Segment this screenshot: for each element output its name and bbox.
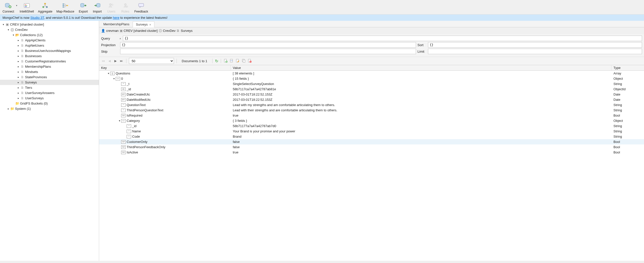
server-icon: ▣ — [5, 23, 10, 27]
result-row[interactable]: ▾ [] Questions [ 38 elements ] Array — [99, 71, 644, 76]
tree-collection-item[interactable]: ▸🗎UserSurveys — [0, 96, 99, 101]
caret-right-icon[interactable]: ▸ — [17, 64, 20, 69]
tree-collection-item[interactable]: ▸🗎Mindsets — [0, 69, 99, 74]
query-input[interactable] — [123, 36, 642, 41]
caret-right-icon[interactable]: ▸ — [17, 48, 20, 53]
field-type-icon: "" — [127, 135, 131, 138]
field-type-icon: T/F — [121, 145, 126, 149]
feedback-button[interactable]: Feedback — [132, 1, 150, 14]
intellishell-button[interactable]: IntelliShell — [18, 1, 36, 14]
caret-down-icon[interactable]: ▾ — [2, 22, 5, 27]
caret-right-icon[interactable]: ▸ — [17, 90, 20, 96]
tree-collection-item[interactable]: ▸🗎StateProvinces — [0, 74, 99, 80]
caret-right-icon[interactable]: ▸ — [17, 74, 20, 80]
collection-icon: 🗎 — [20, 49, 25, 53]
caret-down-icon[interactable]: ▾ — [7, 27, 10, 32]
view-document-icon[interactable]: <> — [230, 59, 234, 63]
document-count: Documents 1 to 1 — [179, 59, 210, 63]
column-type[interactable]: Type — [611, 65, 644, 70]
result-row[interactable]: ▸ DT DateCreatedUtc 2017-03-01T18:22:52.… — [99, 92, 644, 97]
download-link[interactable]: here — [113, 16, 119, 20]
caret-right-icon[interactable]: ▸ — [17, 69, 20, 74]
studio3t-link[interactable]: Studio 3T — [30, 16, 44, 20]
result-row[interactable]: ▸ T/F CustomerOnly false Bool — [99, 139, 644, 144]
result-row[interactable]: ▸ "" Name Your Brand is your promise and… — [99, 129, 644, 134]
tree-root[interactable]: ▾ ▣ CREV [sharded cluster] — [0, 22, 99, 27]
field-key: CustomerOnly — [127, 139, 147, 144]
result-row[interactable]: ▸ T/F IsActive true Bool — [99, 150, 644, 155]
collapse-icon[interactable]: ▲ — [119, 37, 121, 40]
tree-collection-item[interactable]: ▸🗎Tiers — [0, 85, 99, 90]
caret-right-icon[interactable]: ▸ — [7, 106, 10, 111]
last-page-icon[interactable]: ⏭ — [119, 59, 124, 63]
tab-membershipplans[interactable]: MembershipPlans — [100, 21, 133, 27]
caret-icon[interactable]: ▾ — [118, 118, 121, 123]
next-page-icon[interactable]: ▶ — [113, 59, 118, 63]
result-row[interactable]: ▾ <> 0 { 15 fields } Object — [99, 76, 644, 81]
add-document-icon[interactable] — [224, 59, 228, 63]
tree-collection-item[interactable]: ▸🗎CustomerRegistrationInvites — [0, 59, 99, 64]
result-row[interactable]: ▸ "" _id 58b71177a7a47a42787ab7d0 String — [99, 123, 644, 129]
close-icon[interactable]: ✕ — [149, 23, 151, 26]
mapreduce-button[interactable]: Map-Reduce — [54, 1, 76, 14]
sort-input[interactable] — [428, 42, 642, 48]
tree-collections-folder[interactable]: ▾ 📂 Collections (12) — [0, 32, 99, 38]
field-key: _t — [127, 81, 129, 86]
edit-document-icon[interactable] — [236, 59, 240, 63]
caret-right-icon[interactable]: ▸ — [17, 59, 20, 64]
connect-dropdown-icon[interactable]: ▼ — [16, 5, 18, 10]
caret-icon[interactable]: ▾ — [107, 71, 110, 76]
user-icon: 👤 — [101, 29, 105, 33]
caret-right-icon[interactable]: ▸ — [17, 85, 20, 90]
tree-collection-item[interactable]: ▸🗎AppApiClients — [0, 38, 99, 43]
prev-page-icon[interactable]: ◀ — [107, 59, 112, 63]
aggregate-button[interactable]: Aggregate — [36, 1, 54, 14]
tree-collection-item[interactable]: ▸🗎Businesses — [0, 53, 99, 59]
tree-collection-item[interactable]: ▸🗎MembershipPlans — [0, 64, 99, 69]
tree-collection-item[interactable]: ▸🗎UserSurveyAnswers — [0, 90, 99, 96]
field-key: QuestionText — [127, 102, 146, 108]
caret-right-icon[interactable]: ▸ — [17, 53, 20, 59]
caret-right-icon[interactable]: ▸ — [17, 80, 20, 85]
projection-input[interactable] — [120, 42, 416, 48]
tree-collection-item[interactable]: ▸🗎AspNetUsers — [0, 43, 99, 48]
result-row[interactable]: ▾ <> Category { 3 fields } Object — [99, 118, 644, 123]
column-key[interactable]: Key — [99, 65, 231, 70]
export-button[interactable]: Export — [76, 1, 90, 14]
page-size-select[interactable]: 50 — [129, 58, 174, 64]
import-button[interactable]: Import — [90, 1, 104, 14]
tab-surveys[interactable]: Surveys✕ — [133, 21, 154, 27]
result-row[interactable]: ▸ "" Code Brand String — [99, 134, 644, 139]
caret-right-icon[interactable]: ▸ — [17, 96, 20, 101]
tree-system-folder[interactable]: ▸ 📁 System (1) — [0, 106, 99, 111]
connect-button[interactable]: Connect — [1, 1, 16, 14]
caret-icon[interactable]: ▾ — [112, 76, 116, 81]
query-label: Query — [101, 37, 119, 40]
database-icon — [10, 28, 15, 32]
skip-input[interactable] — [120, 49, 416, 54]
result-row[interactable]: ▸ ID _id 58b7117ca7a47a42787ab81e Object… — [99, 86, 644, 92]
result-row[interactable]: ▸ "" _t SingleSelectSurveyQuestion Strin… — [99, 81, 644, 86]
result-row[interactable]: ▸ "" QuestionText Lead with my strengths… — [99, 102, 644, 108]
result-row[interactable]: ▸ T/F IsRequired true Bool — [99, 113, 644, 118]
copy-document-icon[interactable] — [242, 59, 246, 63]
refresh-icon[interactable]: ↻ — [215, 59, 218, 63]
folder-icon: 📁 — [10, 107, 15, 111]
field-value: 2017-03-01T18:22:52.153Z — [231, 92, 611, 97]
column-value[interactable]: Value — [231, 65, 611, 70]
first-page-icon[interactable]: ⏮ — [101, 59, 106, 63]
tree-collection-item[interactable]: ▸🗎Surveys — [0, 80, 99, 85]
field-value: Your Brand is your promise and your powe… — [231, 129, 611, 134]
tree-gridfs-folder[interactable]: ▸ 📁 GridFS Buckets (0) — [0, 101, 99, 106]
result-row[interactable]: ▸ T/F ThirdPersonFeedbackOnly false Bool — [99, 144, 644, 150]
caret-down-icon[interactable]: ▾ — [12, 32, 15, 38]
limit-input[interactable] — [428, 49, 642, 54]
caret-right-icon[interactable]: ▸ — [17, 38, 20, 43]
tree-database[interactable]: ▾ CrevDev — [0, 27, 99, 32]
tree-collection-item[interactable]: ▸🗎BusinessUserAccountMappings — [0, 48, 99, 53]
caret-right-icon[interactable]: ▸ — [17, 43, 20, 48]
collection-icon: 🗎 — [20, 75, 25, 79]
result-row[interactable]: ▸ "" ThirdPersonQuestionText Lead with t… — [99, 108, 644, 113]
result-row[interactable]: ▸ DT DateModifiedUtc 2017-03-01T18:22:52… — [99, 97, 644, 102]
delete-document-icon[interactable] — [248, 59, 252, 63]
